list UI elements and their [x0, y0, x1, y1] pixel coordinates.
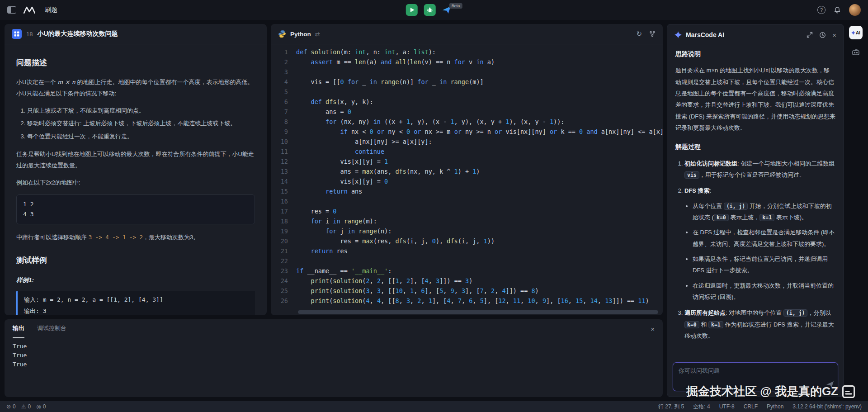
code-line[interactable]: 4 vis = [[0 for _ in range(n)] for _ in … — [271, 77, 663, 87]
statusbar-item[interactable]: UTF-8 — [719, 403, 735, 410]
help-icon[interactable]: ? — [817, 6, 826, 14]
ai-chat-input[interactable] — [679, 367, 822, 387]
line-number[interactable]: 1 — [271, 47, 296, 57]
problem-paragraph: 中庸行者可以选择移动顺序 3 -> 4 -> 1 -> 2，最大移动次数为3。 — [16, 232, 255, 243]
tab-output[interactable]: 输出 — [13, 319, 24, 338]
line-number[interactable]: 23 — [271, 266, 296, 276]
line-number[interactable]: 2 — [271, 57, 296, 67]
code-line[interactable]: 14 vis[x][y] = 0 — [271, 176, 663, 186]
statusbar-warnings-counter[interactable]: ⚠0 — [21, 403, 31, 410]
statusbar-item[interactable]: CRLF — [744, 403, 758, 410]
ai-tools-button[interactable] — [851, 47, 860, 57]
statusbar-item[interactable]: 空格: 4 — [693, 403, 710, 411]
code-line[interactable]: 6 def dfs(x, y, k): — [271, 97, 663, 107]
errors-count: 0 — [13, 403, 16, 410]
code-text: def solution(m: int, n: int, a: list): — [296, 47, 436, 57]
app-logo[interactable]: 刷题 — [24, 6, 57, 14]
line-number[interactable]: 3 — [271, 67, 296, 77]
code-line[interactable]: 18 for i in range(m): — [271, 216, 663, 226]
code-line[interactable]: 25 print(solution(3, 3, [[10, 1, 6], [5,… — [271, 286, 663, 296]
line-number[interactable]: 16 — [271, 196, 296, 206]
ai-step-item: DFS 搜索:从每个位置 (i, j) 开始，分别尝试上坡和下坡的初始状态 (k… — [684, 185, 835, 303]
code-line[interactable]: 15 return ans — [271, 186, 663, 196]
code-line[interactable]: 1def solution(m: int, n: int, a: list): — [271, 47, 663, 57]
line-number[interactable]: 11 — [271, 147, 296, 156]
main-area: 18 小U的最大连续移动次数问题 问题描述 小U决定在一个 m × n 的地图上… — [0, 20, 868, 401]
debug-button[interactable] — [424, 4, 436, 16]
refresh-icon: ↻ — [636, 30, 642, 38]
code-line[interactable]: 8 for (nx, ny) in ((x + 1, y), (x - 1, y… — [271, 117, 663, 127]
code-line[interactable]: 5 — [271, 87, 663, 97]
problem-paragraph: 小U决定在一个 m × n 的地图上行走。地图中的每个位置都有一个高度，表示地形… — [16, 76, 255, 99]
submit-button[interactable]: Beta — [442, 6, 462, 14]
horizontal-scrollbar[interactable] — [298, 310, 658, 314]
statusbar-info-counter[interactable]: ◎0 — [36, 403, 46, 410]
line-number[interactable]: 14 — [271, 176, 296, 186]
code-lines: 1def solution(m: int, n: int, a: list):2… — [271, 47, 663, 306]
open-in-editor-button[interactable] — [807, 32, 813, 38]
user-avatar[interactable] — [849, 4, 861, 16]
code-line[interactable]: 22 — [271, 256, 663, 266]
inline-code-chip: k=1 — [708, 321, 723, 328]
line-number[interactable]: 15 — [271, 186, 296, 196]
line-number[interactable]: 20 — [271, 236, 296, 246]
code-line[interactable]: 12 vis[x][y] = 1 — [271, 156, 663, 166]
line-number[interactable]: 24 — [271, 276, 296, 286]
reset-code-button[interactable]: ↻ — [636, 30, 642, 38]
line-number[interactable]: 22 — [271, 256, 296, 266]
code-text: assert m == len(a) and all(len(v) == n f… — [296, 57, 495, 67]
close-output-button[interactable]: × — [651, 325, 655, 333]
line-number[interactable]: 13 — [271, 166, 296, 176]
code-line[interactable]: 21 return res — [271, 246, 663, 256]
send-message-button[interactable] — [826, 381, 834, 388]
editor-actions: ↻ — [636, 30, 656, 38]
line-number[interactable]: 25 — [271, 286, 296, 296]
code-line[interactable]: 2 assert m == len(a) and all(len(v) == n… — [271, 57, 663, 67]
language-swap-icon[interactable]: ⇄ — [315, 31, 320, 38]
code-line[interactable]: 7 ans = 0 — [271, 107, 663, 117]
code-line[interactable]: 24 print(solution(2, 2, [[1, 2], [4, 3]]… — [271, 276, 663, 286]
code-line[interactable]: 20 res = max(res, dfs(i, j, 0), dfs(i, j… — [271, 236, 663, 246]
line-number[interactable]: 12 — [271, 156, 296, 166]
code-line[interactable]: 26 print(solution(4, 4, [[8, 3, 2, 1], [… — [271, 296, 663, 306]
statusbar-item[interactable]: 行 27, 列 5 — [658, 403, 684, 411]
bell-icon[interactable] — [834, 6, 841, 14]
code-line[interactable]: 9 if nx < 0 or ny < 0 or nx >= m or ny >… — [271, 127, 663, 137]
statusbar-errors-counter[interactable]: ⊘0 — [6, 403, 16, 410]
line-number[interactable]: 5 — [271, 87, 296, 97]
ai-substep-item: 在递归返回时，更新最大移动次数，并取消当前位置的访问标记 (回溯)。 — [693, 280, 835, 303]
line-number[interactable]: 10 — [271, 137, 296, 147]
panel-toggle-icon[interactable] — [7, 6, 16, 14]
statusbar-item[interactable]: 3.12.2 64-bit ('shims': pyenv) — [793, 403, 862, 410]
close-ai-panel-button[interactable]: × — [832, 31, 836, 39]
code-line[interactable]: 23if __name__ == '__main__': — [271, 266, 663, 276]
line-number[interactable]: 26 — [271, 296, 296, 306]
code-line[interactable]: 17 res = 0 — [271, 206, 663, 216]
problem-panel-header: 18 小U的最大连续移动次数问题 — [5, 24, 267, 44]
tab-debug-console[interactable]: 调试控制台 — [37, 319, 66, 338]
problem-rule-item: 只能上坡或者下坡，不能走到高度相同的点。 — [27, 105, 255, 116]
statusbar-item[interactable]: Python — [767, 403, 783, 410]
line-number[interactable]: 17 — [271, 206, 296, 216]
line-number[interactable]: 19 — [271, 226, 296, 236]
history-button[interactable] — [819, 32, 826, 38]
code-editor[interactable]: 1def solution(m: int, n: int, a: list):2… — [271, 44, 663, 315]
code-line[interactable]: 19 for j in range(n): — [271, 226, 663, 236]
fork-code-button[interactable] — [649, 31, 656, 37]
line-number[interactable]: 4 — [271, 77, 296, 87]
line-number[interactable]: 21 — [271, 246, 296, 256]
marscode-ai-badge[interactable]: AI — [849, 26, 863, 39]
code-text: continue — [296, 147, 384, 156]
line-number[interactable]: 7 — [271, 107, 296, 117]
info-count: 0 — [43, 403, 46, 410]
line-number[interactable]: 8 — [271, 117, 296, 127]
line-number[interactable]: 9 — [271, 127, 296, 137]
code-line[interactable]: 16 — [271, 196, 663, 206]
line-number[interactable]: 6 — [271, 97, 296, 107]
code-line[interactable]: 11 continue — [271, 147, 663, 156]
run-button[interactable] — [406, 4, 418, 16]
code-line[interactable]: 10 a[nx][ny] >= a[x][y]: — [271, 137, 663, 147]
code-line[interactable]: 13 ans = max(ans, dfs(nx, ny, k ^ 1) + 1… — [271, 166, 663, 176]
line-number[interactable]: 18 — [271, 216, 296, 226]
code-line[interactable]: 3 — [271, 67, 663, 77]
